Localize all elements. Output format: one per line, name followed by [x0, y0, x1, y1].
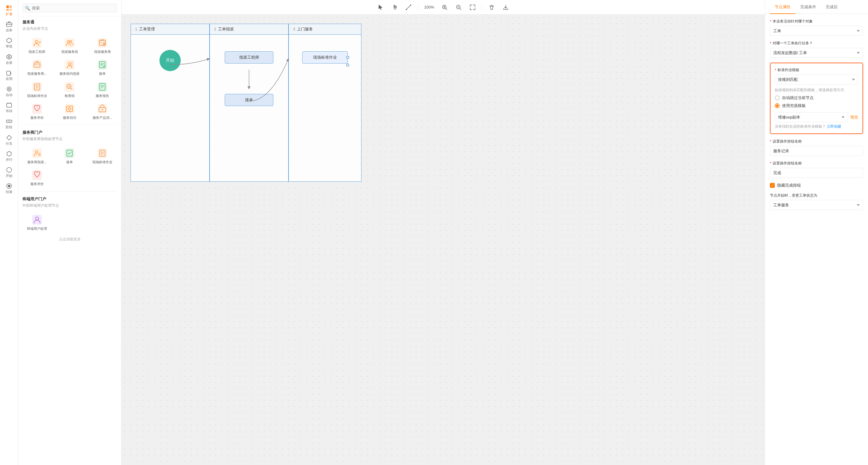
sidebar-item-sign[interactable]: 会签: [1, 52, 17, 66]
item-accept-order[interactable]: 接单: [87, 57, 118, 78]
node-accept-order[interactable]: 接单: [225, 94, 273, 106]
item-end-user-process[interactable]: 终端用户处理: [21, 212, 53, 233]
status-change-select[interactable]: 工单服务: [770, 200, 863, 210]
item-assign-service-group[interactable]: 指派服务组: [54, 35, 86, 56]
stage-icon: [6, 118, 12, 125]
item-merchant-onsite[interactable]: 现场标准作业: [87, 145, 118, 166]
parallel-icon: [6, 150, 12, 157]
lane-3-header: 3 上门服务: [289, 24, 361, 35]
zoom-level: 100%: [423, 5, 435, 9]
hand-tool[interactable]: [390, 3, 399, 12]
radio-fallback-circle: [775, 103, 780, 108]
service-tong-title: 服务通: [18, 17, 121, 26]
fit-btn[interactable]: [468, 3, 477, 12]
task-object-select[interactable]: 流程发起数据/ 工单: [770, 48, 863, 58]
item-service-followup[interactable]: 服务回访: [54, 101, 86, 122]
tab-after-completion[interactable]: 完成后: [821, 0, 842, 14]
svg-rect-29: [65, 60, 74, 69]
export-btn[interactable]: [501, 3, 510, 12]
end-icon: [6, 183, 12, 190]
op-button-2-input[interactable]: [770, 168, 863, 178]
svg-point-51: [102, 109, 103, 110]
item-service-group-internal[interactable]: 服务组内指派: [54, 57, 86, 78]
zoom-in-btn[interactable]: [440, 3, 449, 12]
wait-label: 等待: [6, 109, 12, 113]
sidebar-item-parallel[interactable]: 并行: [1, 149, 17, 164]
svg-rect-61: [32, 170, 42, 180]
business-icon: [6, 21, 12, 28]
item-service-evaluation[interactable]: 服务评价: [21, 101, 53, 122]
lane-2-num: 2: [214, 27, 216, 31]
item-service-report[interactable]: 服务报告: [87, 79, 118, 100]
service-tong-sub: 企业内业务节点: [18, 26, 121, 34]
template-match-select[interactable]: 按规则匹配: [775, 75, 858, 85]
svg-rect-46: [65, 104, 74, 114]
node-assign-engineer[interactable]: 指派工程师: [225, 51, 273, 63]
search-icon: 🔍: [25, 6, 30, 11]
tab-completion-conditions[interactable]: 完成条件: [796, 0, 821, 14]
assign-service-merchant-icon: [32, 59, 42, 70]
item-inspection-group[interactable]: 检查组: [54, 79, 86, 100]
right-panel-body: * 本业务活动针对哪个对象 工单 * 对哪一个工单执行任务？ 流程发起数据/ 工…: [765, 14, 868, 465]
preview-link[interactable]: 预览: [850, 115, 858, 120]
hide-finish-row: ✓ 隐藏完成按钮: [770, 183, 863, 188]
hide-finish-checkbox[interactable]: ✓: [770, 183, 775, 188]
select-tool[interactable]: [376, 3, 385, 12]
radio-fallback[interactable]: 使用兜底模板: [775, 103, 858, 109]
svg-point-9: [8, 88, 10, 90]
assign-service-merchant-label: 指派服务商...: [27, 71, 47, 76]
main-canvas: 100%: [122, 0, 765, 465]
sidebar-item-branch[interactable]: 分支: [1, 133, 17, 147]
sidebar-item-approve[interactable]: 审批: [1, 35, 17, 50]
business-object-select[interactable]: 工单: [770, 26, 863, 36]
accept-order-label: 接单: [99, 71, 106, 76]
sidebar-item-auto[interactable]: 自动: [1, 84, 17, 99]
sidebar-item-end[interactable]: 结束: [1, 181, 17, 196]
template-select[interactable]: 维修sop副本: [775, 112, 848, 122]
create-link-section: 没有找到合适的标准作业模板？ 立即创建: [775, 124, 858, 129]
sidebar-item-stage[interactable]: 阶段: [1, 116, 17, 131]
tab-node-props[interactable]: 节点属性: [770, 0, 796, 14]
item-merchant-assign[interactable]: 服务商指派...: [21, 145, 53, 166]
connector-tool[interactable]: [404, 3, 413, 12]
service-followup-icon: [64, 103, 75, 114]
merchant-accept-label: 接单: [66, 160, 73, 164]
svg-rect-1: [9, 5, 12, 8]
item-onsite-standard[interactable]: 现场标准作业: [21, 79, 53, 100]
field-task-object: * 对哪一个工单执行任务？ 流程发起数据/ 工单: [770, 41, 863, 58]
item-merchant-accept[interactable]: 接单: [54, 145, 86, 166]
create-link[interactable]: 立即创建: [827, 124, 841, 128]
start-node[interactable]: 开始: [159, 50, 181, 71]
lane-3-num: 3: [293, 27, 295, 31]
canvas-area[interactable]: 1 工单受理 开始 2 工单指派 指派工程师: [122, 14, 765, 465]
end-user-sub: 外部终端用户处理节点: [18, 203, 121, 211]
sidebar-item-wait[interactable]: 等待: [1, 100, 17, 115]
hide-finish-label: 隐藏完成按钮: [777, 183, 801, 188]
node-assign-engineer-label: 指派工程师: [239, 55, 259, 60]
right-panel: 节点属性 完成条件 完成后 * 本业务活动针对哪个对象 工单 * 对哪一个工单执…: [765, 0, 868, 465]
item-assign-service-merchant[interactable]: 指派服务商...: [21, 57, 53, 78]
op-button-2-label: * 设置操作按钮名称: [770, 161, 863, 166]
delete-btn[interactable]: [487, 3, 496, 12]
end-user-title: 终端用户门户: [18, 193, 121, 203]
sidebar-item-business[interactable]: 业务: [1, 19, 17, 34]
service-merchant-title: 服务商门户: [18, 127, 121, 137]
item-assign-service-provider[interactable]: 指派服务商: [87, 35, 118, 56]
svg-marker-69: [248, 86, 251, 89]
node-onsite-standard[interactable]: 现场标准作业: [302, 51, 348, 63]
svg-rect-0: [6, 5, 9, 8]
item-service-product-consume[interactable]: 服务产品消...: [87, 101, 118, 122]
sidebar-item-apply[interactable]: 应用: [1, 68, 17, 83]
radio-skip[interactable]: 自动跳过当前节点: [775, 95, 858, 100]
search-input[interactable]: [23, 4, 117, 12]
lane-1: 1 工单受理 开始: [131, 24, 210, 182]
business-label: 业务: [6, 28, 12, 32]
load-more-btn[interactable]: 点击加载更多: [18, 234, 121, 245]
op-button-1-input[interactable]: [770, 146, 863, 156]
sidebar-item-start[interactable]: 开始: [1, 165, 17, 180]
zoom-out-btn[interactable]: [454, 3, 463, 12]
item-assign-engineer[interactable]: 指派工程师: [21, 35, 53, 56]
op-button-1-label: * 设置操作按钮名称: [770, 139, 863, 144]
item-merchant-evaluation[interactable]: 服务评价: [21, 167, 53, 188]
sidebar-item-extend[interactable]: 扩展: [1, 3, 17, 18]
